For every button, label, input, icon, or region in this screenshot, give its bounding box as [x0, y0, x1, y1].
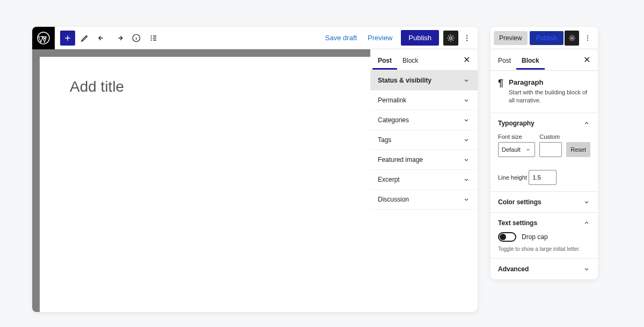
gear-icon [568, 34, 576, 42]
chevron-down-icon [463, 96, 470, 104]
text-settings-header[interactable]: Text settings [498, 219, 590, 227]
panel-label: Tags [378, 136, 391, 144]
panel-featured-image[interactable]: Featured image [370, 150, 478, 170]
panel-label: Discussion [378, 196, 409, 203]
drop-cap-toggle[interactable] [498, 232, 516, 242]
typography-header[interactable]: Typography [498, 120, 590, 127]
svg-point-7 [587, 35, 588, 36]
info-icon [131, 33, 141, 43]
block-title: Paragraph [509, 78, 590, 86]
typography-section: Typography Font size Default Custom Rese… [491, 113, 598, 191]
panel-discussion[interactable]: Discussion [370, 190, 478, 210]
advanced-header[interactable]: Advanced [498, 265, 590, 273]
chevron-down-icon [463, 156, 470, 164]
panel-label: Categories [378, 116, 409, 124]
more-options-button[interactable] [580, 31, 595, 46]
drop-cap-label: Drop cap [522, 233, 548, 241]
panel-label: Excerpt [378, 176, 400, 183]
editor-toolbar: Save draft Preview Publish [32, 27, 478, 49]
chevron-down-icon [463, 77, 470, 84]
publish-button-blue[interactable]: Publish [530, 31, 564, 45]
section-title: Typography [498, 120, 535, 127]
editor-body: Add title Post Block ✕ Status & visibili… [32, 49, 478, 312]
font-size-value: Default [502, 146, 521, 153]
close-sidebar-button[interactable]: ✕ [458, 50, 475, 69]
settings-button[interactable] [565, 31, 579, 46]
block-panel-toolbar: Preview Publish [491, 27, 598, 49]
preview-button-gray[interactable]: Preview [494, 31, 528, 45]
block-settings-panel: Preview Publish Post Block ✕ ¶ Paragraph… [491, 27, 598, 279]
svg-point-6 [571, 37, 573, 39]
edit-mode-button[interactable] [77, 31, 92, 46]
drop-cap-help: Toggle to show a large initial letter. [498, 246, 590, 252]
chevron-down-icon [583, 198, 590, 206]
block-panel-tabs: Post Block ✕ [491, 49, 598, 71]
svg-point-8 [587, 38, 588, 39]
redo-icon [114, 33, 124, 43]
sidebar-tabs: Post Block ✕ [370, 49, 478, 71]
line-height-input[interactable] [529, 170, 557, 185]
pencil-icon [80, 33, 90, 43]
panel-label: Status & visibility [378, 77, 431, 84]
panel-excerpt[interactable]: Excerpt [370, 170, 478, 190]
add-block-button[interactable] [60, 31, 75, 46]
color-settings-header[interactable]: Color settings [498, 198, 590, 206]
canvas-frame: Add title [32, 49, 370, 312]
advanced-section: Advanced [491, 258, 598, 279]
chevron-down-icon [463, 136, 470, 144]
paragraph-icon: ¶ [498, 78, 503, 105]
save-draft-button[interactable]: Save draft [320, 31, 362, 45]
font-size-select[interactable]: Default [498, 142, 535, 157]
chevron-up-icon [583, 219, 590, 227]
tab-post[interactable]: Post [493, 50, 516, 70]
redo-button[interactable] [112, 31, 127, 46]
block-info: ¶ Paragraph Start with the building bloc… [491, 71, 598, 113]
chevron-down-icon [583, 265, 590, 273]
close-panel-button[interactable]: ✕ [578, 50, 596, 69]
section-title: Text settings [498, 219, 537, 227]
text-settings-section: Text settings Drop cap Toggle to show a … [491, 212, 598, 258]
post-title-input[interactable]: Add title [70, 78, 340, 95]
panel-permalink[interactable]: Permalink [370, 91, 478, 110]
reset-button[interactable]: Reset [566, 142, 590, 157]
block-description: Start with the building block of all nar… [509, 88, 590, 105]
settings-button[interactable] [443, 31, 458, 46]
list-icon [149, 33, 158, 43]
tab-block[interactable]: Block [516, 50, 545, 70]
undo-button[interactable] [94, 31, 109, 46]
gear-icon [446, 33, 456, 43]
svg-point-5 [466, 40, 467, 41]
tab-block[interactable]: Block [397, 50, 423, 70]
panel-categories[interactable]: Categories [370, 110, 478, 130]
panel-label: Featured image [378, 156, 423, 164]
chevron-up-icon [583, 120, 590, 127]
dots-vertical-icon [462, 33, 472, 43]
publish-button[interactable]: Publish [401, 30, 439, 46]
chevron-down-icon [525, 146, 531, 153]
svg-point-4 [466, 37, 467, 38]
panel-status-visibility[interactable]: Status & visibility [370, 71, 478, 91]
svg-point-2 [450, 36, 452, 39]
post-sidebar: Post Block ✕ Status & visibility Permali… [370, 49, 478, 312]
editor-window: Save draft Preview Publish Add title Pos… [32, 27, 478, 312]
svg-point-9 [587, 40, 588, 41]
editor-canvas[interactable]: Add title [40, 57, 370, 312]
custom-font-size-input[interactable] [539, 142, 562, 157]
plus-icon [63, 34, 72, 42]
panel-label: Permalink [378, 96, 406, 104]
panel-tags[interactable]: Tags [370, 130, 478, 150]
dots-vertical-icon [583, 34, 592, 42]
info-button[interactable] [129, 31, 144, 46]
chevron-down-icon [463, 196, 470, 203]
tab-post[interactable]: Post [372, 50, 397, 70]
wordpress-logo[interactable] [32, 27, 55, 49]
section-title: Color settings [498, 198, 541, 206]
more-options-button[interactable] [459, 31, 474, 46]
color-settings-section: Color settings [491, 191, 598, 212]
preview-button[interactable]: Preview [362, 31, 398, 45]
custom-label: Custom [539, 133, 562, 140]
wordpress-icon [37, 32, 50, 44]
outline-button[interactable] [146, 31, 161, 46]
line-height-label: Line height [498, 174, 527, 181]
font-size-label: Font size [498, 133, 535, 140]
